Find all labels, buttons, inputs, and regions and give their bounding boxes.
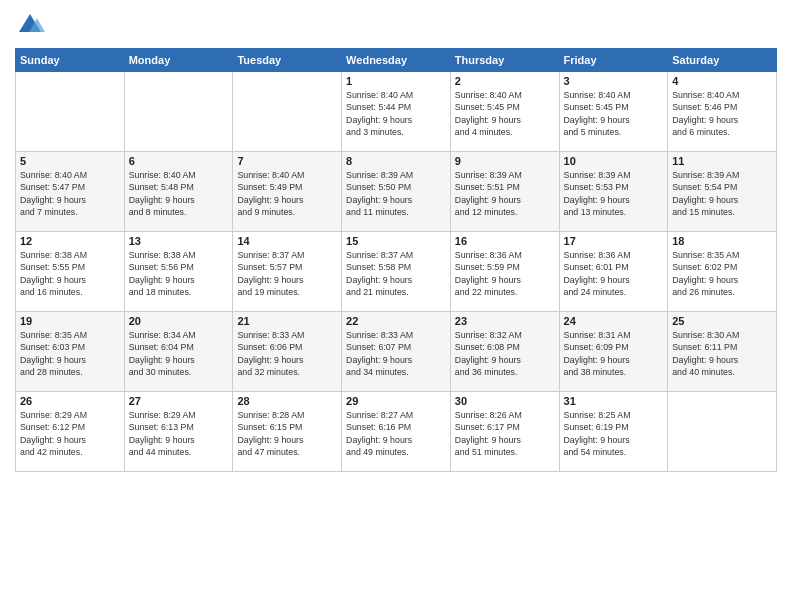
week-row-4: 19Sunrise: 8:35 AMSunset: 6:03 PMDayligh… <box>16 312 777 392</box>
day-number: 30 <box>455 395 555 407</box>
day-number: 13 <box>129 235 229 247</box>
day-info: Sunrise: 8:35 AMSunset: 6:02 PMDaylight:… <box>672 249 772 298</box>
calendar-cell-5-4: 29Sunrise: 8:27 AMSunset: 6:16 PMDayligh… <box>342 392 451 472</box>
calendar-cell-4-1: 19Sunrise: 8:35 AMSunset: 6:03 PMDayligh… <box>16 312 125 392</box>
week-row-5: 26Sunrise: 8:29 AMSunset: 6:12 PMDayligh… <box>16 392 777 472</box>
calendar-cell-3-7: 18Sunrise: 8:35 AMSunset: 6:02 PMDayligh… <box>668 232 777 312</box>
day-number: 29 <box>346 395 446 407</box>
calendar-cell-1-4: 1Sunrise: 8:40 AMSunset: 5:44 PMDaylight… <box>342 72 451 152</box>
day-info: Sunrise: 8:36 AMSunset: 6:01 PMDaylight:… <box>564 249 664 298</box>
weekday-header-sunday: Sunday <box>16 49 125 72</box>
day-info: Sunrise: 8:29 AMSunset: 6:12 PMDaylight:… <box>20 409 120 458</box>
calendar-cell-3-3: 14Sunrise: 8:37 AMSunset: 5:57 PMDayligh… <box>233 232 342 312</box>
day-info: Sunrise: 8:32 AMSunset: 6:08 PMDaylight:… <box>455 329 555 378</box>
day-info: Sunrise: 8:37 AMSunset: 5:58 PMDaylight:… <box>346 249 446 298</box>
day-info: Sunrise: 8:30 AMSunset: 6:11 PMDaylight:… <box>672 329 772 378</box>
calendar-cell-3-6: 17Sunrise: 8:36 AMSunset: 6:01 PMDayligh… <box>559 232 668 312</box>
day-info: Sunrise: 8:40 AMSunset: 5:49 PMDaylight:… <box>237 169 337 218</box>
day-info: Sunrise: 8:40 AMSunset: 5:45 PMDaylight:… <box>564 89 664 138</box>
day-info: Sunrise: 8:33 AMSunset: 6:06 PMDaylight:… <box>237 329 337 378</box>
day-info: Sunrise: 8:39 AMSunset: 5:53 PMDaylight:… <box>564 169 664 218</box>
calendar-cell-5-2: 27Sunrise: 8:29 AMSunset: 6:13 PMDayligh… <box>124 392 233 472</box>
day-number: 15 <box>346 235 446 247</box>
calendar-cell-2-1: 5Sunrise: 8:40 AMSunset: 5:47 PMDaylight… <box>16 152 125 232</box>
calendar-cell-4-3: 21Sunrise: 8:33 AMSunset: 6:06 PMDayligh… <box>233 312 342 392</box>
day-info: Sunrise: 8:26 AMSunset: 6:17 PMDaylight:… <box>455 409 555 458</box>
day-number: 21 <box>237 315 337 327</box>
day-info: Sunrise: 8:39 AMSunset: 5:50 PMDaylight:… <box>346 169 446 218</box>
calendar-cell-5-5: 30Sunrise: 8:26 AMSunset: 6:17 PMDayligh… <box>450 392 559 472</box>
weekday-header-thursday: Thursday <box>450 49 559 72</box>
calendar-cell-5-6: 31Sunrise: 8:25 AMSunset: 6:19 PMDayligh… <box>559 392 668 472</box>
calendar-cell-4-2: 20Sunrise: 8:34 AMSunset: 6:04 PMDayligh… <box>124 312 233 392</box>
day-number: 26 <box>20 395 120 407</box>
day-info: Sunrise: 8:33 AMSunset: 6:07 PMDaylight:… <box>346 329 446 378</box>
day-info: Sunrise: 8:40 AMSunset: 5:44 PMDaylight:… <box>346 89 446 138</box>
day-number: 1 <box>346 75 446 87</box>
day-number: 31 <box>564 395 664 407</box>
calendar-cell-2-7: 11Sunrise: 8:39 AMSunset: 5:54 PMDayligh… <box>668 152 777 232</box>
day-number: 18 <box>672 235 772 247</box>
day-info: Sunrise: 8:35 AMSunset: 6:03 PMDaylight:… <box>20 329 120 378</box>
day-info: Sunrise: 8:29 AMSunset: 6:13 PMDaylight:… <box>129 409 229 458</box>
day-info: Sunrise: 8:40 AMSunset: 5:48 PMDaylight:… <box>129 169 229 218</box>
calendar-cell-5-3: 28Sunrise: 8:28 AMSunset: 6:15 PMDayligh… <box>233 392 342 472</box>
week-row-1: 1Sunrise: 8:40 AMSunset: 5:44 PMDaylight… <box>16 72 777 152</box>
calendar-cell-2-4: 8Sunrise: 8:39 AMSunset: 5:50 PMDaylight… <box>342 152 451 232</box>
day-number: 28 <box>237 395 337 407</box>
calendar-cell-1-5: 2Sunrise: 8:40 AMSunset: 5:45 PMDaylight… <box>450 72 559 152</box>
day-info: Sunrise: 8:38 AMSunset: 5:56 PMDaylight:… <box>129 249 229 298</box>
day-info: Sunrise: 8:39 AMSunset: 5:54 PMDaylight:… <box>672 169 772 218</box>
day-number: 16 <box>455 235 555 247</box>
calendar-cell-3-5: 16Sunrise: 8:36 AMSunset: 5:59 PMDayligh… <box>450 232 559 312</box>
logo <box>15 10 49 40</box>
day-info: Sunrise: 8:39 AMSunset: 5:51 PMDaylight:… <box>455 169 555 218</box>
day-info: Sunrise: 8:37 AMSunset: 5:57 PMDaylight:… <box>237 249 337 298</box>
weekday-header-wednesday: Wednesday <box>342 49 451 72</box>
header <box>15 10 777 40</box>
calendar-cell-2-2: 6Sunrise: 8:40 AMSunset: 5:48 PMDaylight… <box>124 152 233 232</box>
day-number: 24 <box>564 315 664 327</box>
weekday-header-row: SundayMondayTuesdayWednesdayThursdayFrid… <box>16 49 777 72</box>
calendar-cell-1-7: 4Sunrise: 8:40 AMSunset: 5:46 PMDaylight… <box>668 72 777 152</box>
calendar-cell-4-4: 22Sunrise: 8:33 AMSunset: 6:07 PMDayligh… <box>342 312 451 392</box>
calendar-cell-3-2: 13Sunrise: 8:38 AMSunset: 5:56 PMDayligh… <box>124 232 233 312</box>
weekday-header-saturday: Saturday <box>668 49 777 72</box>
weekday-header-friday: Friday <box>559 49 668 72</box>
calendar-cell-4-6: 24Sunrise: 8:31 AMSunset: 6:09 PMDayligh… <box>559 312 668 392</box>
weekday-header-tuesday: Tuesday <box>233 49 342 72</box>
calendar-cell-3-1: 12Sunrise: 8:38 AMSunset: 5:55 PMDayligh… <box>16 232 125 312</box>
day-number: 5 <box>20 155 120 167</box>
day-info: Sunrise: 8:40 AMSunset: 5:47 PMDaylight:… <box>20 169 120 218</box>
day-number: 22 <box>346 315 446 327</box>
day-info: Sunrise: 8:27 AMSunset: 6:16 PMDaylight:… <box>346 409 446 458</box>
day-number: 17 <box>564 235 664 247</box>
calendar-cell-1-3 <box>233 72 342 152</box>
day-number: 10 <box>564 155 664 167</box>
day-number: 11 <box>672 155 772 167</box>
logo-icon <box>15 10 45 40</box>
day-info: Sunrise: 8:36 AMSunset: 5:59 PMDaylight:… <box>455 249 555 298</box>
calendar-cell-5-1: 26Sunrise: 8:29 AMSunset: 6:12 PMDayligh… <box>16 392 125 472</box>
day-number: 9 <box>455 155 555 167</box>
day-number: 6 <box>129 155 229 167</box>
day-info: Sunrise: 8:38 AMSunset: 5:55 PMDaylight:… <box>20 249 120 298</box>
day-number: 2 <box>455 75 555 87</box>
calendar-cell-1-1 <box>16 72 125 152</box>
day-number: 3 <box>564 75 664 87</box>
calendar-cell-5-7 <box>668 392 777 472</box>
calendar-cell-2-5: 9Sunrise: 8:39 AMSunset: 5:51 PMDaylight… <box>450 152 559 232</box>
day-info: Sunrise: 8:28 AMSunset: 6:15 PMDaylight:… <box>237 409 337 458</box>
day-info: Sunrise: 8:40 AMSunset: 5:45 PMDaylight:… <box>455 89 555 138</box>
calendar-table: SundayMondayTuesdayWednesdayThursdayFrid… <box>15 48 777 472</box>
day-info: Sunrise: 8:40 AMSunset: 5:46 PMDaylight:… <box>672 89 772 138</box>
calendar-cell-4-7: 25Sunrise: 8:30 AMSunset: 6:11 PMDayligh… <box>668 312 777 392</box>
calendar-cell-1-2 <box>124 72 233 152</box>
day-number: 27 <box>129 395 229 407</box>
week-row-3: 12Sunrise: 8:38 AMSunset: 5:55 PMDayligh… <box>16 232 777 312</box>
calendar-cell-4-5: 23Sunrise: 8:32 AMSunset: 6:08 PMDayligh… <box>450 312 559 392</box>
day-number: 4 <box>672 75 772 87</box>
day-number: 19 <box>20 315 120 327</box>
calendar-cell-3-4: 15Sunrise: 8:37 AMSunset: 5:58 PMDayligh… <box>342 232 451 312</box>
page: SundayMondayTuesdayWednesdayThursdayFrid… <box>0 0 792 612</box>
